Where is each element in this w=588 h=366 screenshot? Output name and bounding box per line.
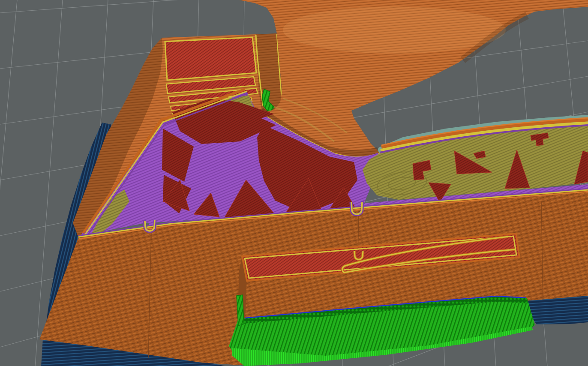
- slicer-3d-viewport[interactable]: [0, 0, 588, 366]
- wave-highlight: [283, 6, 506, 54]
- top-surface-panel: [165, 37, 256, 80]
- gcode-preview-canvas: [0, 0, 588, 366]
